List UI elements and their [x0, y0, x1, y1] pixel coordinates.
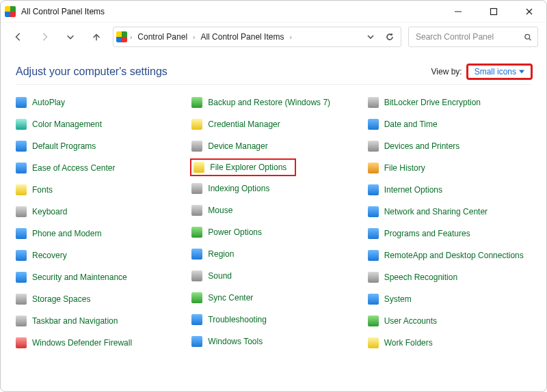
cp-item-autoplay[interactable]: AutoPlay	[16, 94, 179, 111]
date-and-time-icon	[368, 119, 379, 130]
remoteapp-and-desktop-connections-icon	[368, 250, 379, 261]
security-and-maintenance-icon	[16, 272, 27, 283]
cp-item-label: Default Programs	[32, 141, 96, 151]
cp-item-programs-and-features[interactable]: Programs and Features	[368, 225, 531, 242]
devices-and-printers-icon	[368, 141, 379, 152]
cp-item-color-management[interactable]: Color Management	[16, 116, 179, 132]
addressbar-dropdown[interactable]	[362, 29, 379, 45]
file-explorer-options-icon	[194, 162, 204, 173]
svg-marker-7	[519, 70, 524, 74]
cp-item-label: Speech Recognition	[384, 272, 457, 282]
cp-item-remoteapp-and-desktop-connections[interactable]: RemoteApp and Desktop Connections	[368, 247, 531, 264]
cp-item-file-history[interactable]: File History	[368, 160, 531, 176]
speech-recognition-icon	[368, 272, 379, 283]
view-by-dropdown[interactable]: Small icons	[468, 65, 531, 79]
cp-item-taskbar-and-navigation[interactable]: Taskbar and Navigation	[16, 313, 179, 329]
cp-item-speech-recognition[interactable]: Speech Recognition	[368, 269, 531, 285]
storage-spaces-icon	[16, 294, 27, 305]
cp-item-phone-and-modem[interactable]: Phone and Modem	[16, 225, 179, 242]
breadcrumb-root[interactable]: Control Panel	[135, 31, 190, 43]
work-folders-icon	[368, 337, 379, 348]
cp-item-sound[interactable]: Sound	[191, 268, 355, 284]
cp-item-region[interactable]: Region	[191, 246, 355, 262]
cp-item-sync-center[interactable]: Sync Center	[191, 290, 355, 306]
cp-item-label: File History	[384, 163, 425, 173]
default-programs-icon	[16, 141, 27, 152]
up-button[interactable]	[87, 27, 106, 46]
cp-item-label: Ease of Access Center	[32, 163, 115, 173]
search-box[interactable]	[408, 27, 538, 47]
cp-item-device-manager[interactable]: Device Manager	[191, 138, 355, 154]
credential-manager-icon	[191, 119, 202, 130]
troubleshooting-icon	[191, 314, 202, 325]
indexing-options-icon	[191, 183, 202, 194]
cp-item-storage-spaces[interactable]: Storage Spaces	[16, 291, 179, 307]
addressbar[interactable]: › Control Panel › All Control Panel Item…	[113, 27, 401, 47]
cp-item-internet-options[interactable]: Internet Options	[368, 182, 531, 198]
cp-item-label: Sound	[208, 271, 232, 281]
svg-rect-1	[491, 8, 497, 14]
cp-item-label: Troubleshooting	[208, 315, 267, 324]
mouse-icon	[191, 205, 202, 216]
breadcrumb-root-label: Control Panel	[137, 32, 187, 42]
cp-item-devices-and-printers[interactable]: Devices and Printers	[368, 138, 531, 154]
addressbar-icon	[116, 31, 127, 42]
close-button[interactable]	[518, 2, 541, 21]
fonts-icon	[16, 184, 27, 195]
cp-item-ease-of-access-center[interactable]: Ease of Access Center	[16, 160, 179, 176]
cp-item-label: Indexing Options	[208, 184, 269, 193]
search-input[interactable]	[414, 31, 520, 42]
cp-item-label: Phone and Modem	[32, 229, 101, 238]
cp-item-indexing-options[interactable]: Indexing Options	[191, 180, 355, 197]
minimize-button[interactable]	[446, 2, 470, 21]
backup-and-restore-windows-7-icon	[191, 97, 202, 108]
refresh-button[interactable]	[382, 29, 398, 45]
cp-item-label: Programs and Features	[384, 229, 470, 238]
breadcrumb-current-label: All Control Panel Items	[200, 32, 284, 42]
cp-item-windows-tools[interactable]: Windows Tools	[191, 333, 355, 350]
sync-center-icon	[191, 292, 202, 303]
cp-item-label: Internet Options	[384, 185, 442, 195]
cp-item-label: Mouse	[208, 206, 232, 215]
cp-item-date-and-time[interactable]: Date and Time	[368, 116, 531, 132]
search-icon	[524, 33, 532, 42]
cp-item-label: Power Options	[208, 227, 262, 237]
cp-item-bitlocker-drive-encryption[interactable]: BitLocker Drive Encryption	[368, 94, 531, 111]
ease-of-access-center-icon	[16, 163, 27, 173]
cp-item-security-and-maintenance[interactable]: Security and Maintenance	[16, 269, 179, 285]
cp-item-troubleshooting[interactable]: Troubleshooting	[191, 311, 355, 328]
cp-item-system[interactable]: System	[368, 291, 531, 307]
cp-item-user-accounts[interactable]: User Accounts	[368, 313, 531, 329]
cp-item-mouse[interactable]: Mouse	[191, 202, 355, 219]
breadcrumb-current[interactable]: All Control Panel Items	[198, 31, 286, 43]
cp-item-label: Storage Spaces	[32, 294, 90, 304]
maximize-button[interactable]	[482, 2, 505, 21]
cp-item-label: Device Manager	[208, 141, 267, 151]
forward-button[interactable]	[35, 27, 54, 46]
cp-item-label: Sync Center	[208, 293, 253, 303]
sound-icon	[191, 270, 202, 281]
cp-item-fonts[interactable]: Fonts	[16, 182, 179, 198]
cp-item-file-explorer-options[interactable]: File Explorer Options	[191, 160, 295, 175]
cp-item-credential-manager[interactable]: Credential Manager	[191, 116, 355, 132]
cp-item-backup-and-restore-windows-7[interactable]: Backup and Restore (Windows 7)	[191, 94, 355, 111]
back-button[interactable]	[9, 27, 28, 46]
cp-item-power-options[interactable]: Power Options	[191, 224, 355, 240]
cp-item-default-programs[interactable]: Default Programs	[16, 138, 179, 154]
file-history-icon	[368, 163, 379, 173]
cp-item-label: Security and Maintenance	[32, 272, 127, 282]
cp-item-label: Keyboard	[32, 207, 67, 216]
internet-options-icon	[368, 184, 379, 195]
cp-item-windows-defender-firewall[interactable]: Windows Defender Firewall	[16, 335, 179, 351]
cp-item-label: Fonts	[32, 185, 53, 195]
cp-item-recovery[interactable]: Recovery	[16, 247, 179, 264]
cp-item-label: Color Management	[32, 120, 102, 129]
recent-locations-button[interactable]	[61, 27, 80, 46]
view-by-row: View by: Small icons	[431, 65, 532, 79]
cp-item-label: Windows Defender Firewall	[32, 338, 132, 348]
cp-item-network-and-sharing-center[interactable]: Network and Sharing Center	[368, 204, 531, 220]
cp-item-label: Credential Manager	[208, 120, 280, 129]
cp-item-work-folders[interactable]: Work Folders	[368, 335, 531, 351]
cp-item-keyboard[interactable]: Keyboard	[16, 204, 179, 220]
titlebar: All Control Panel Items	[1, 1, 546, 23]
